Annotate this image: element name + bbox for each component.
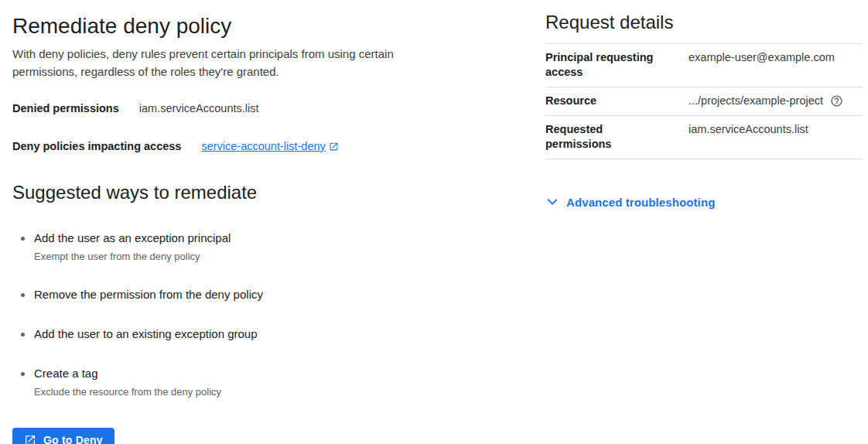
open-in-new-icon xyxy=(329,142,339,152)
request-details-section: Request details Principal requesting acc… xyxy=(545,0,868,444)
list-item: Create a tag Exclude the resource from t… xyxy=(34,366,514,398)
suggestion-text: Create a tag xyxy=(34,366,514,381)
list-item: Remove the permission from the deny poli… xyxy=(34,287,514,302)
go-to-deny-button[interactable]: Go to Deny xyxy=(12,428,114,444)
remediate-deny-policy-panel: Remediate deny policy With deny policies… xyxy=(0,0,868,444)
table-row: Principal requesting access example-user… xyxy=(545,44,863,87)
page-title: Remediate deny policy xyxy=(12,14,514,39)
requested-permissions-label: Requested permissions xyxy=(545,122,689,152)
advanced-troubleshooting-toggle[interactable]: Advanced troubleshooting xyxy=(545,195,715,209)
deny-policies-label: Deny policies impacting access xyxy=(12,139,181,153)
request-details-title: Request details xyxy=(545,11,863,34)
suggestion-subtext: Exempt the user from the deny policy xyxy=(34,251,514,263)
suggestions-title: Suggested ways to remediate xyxy=(12,182,514,203)
suggestion-text: Add the user to an existing exception gr… xyxy=(34,326,514,342)
request-details-table: Principal requesting access example-user… xyxy=(545,43,863,159)
advanced-troubleshooting-label: Advanced troubleshooting xyxy=(566,196,715,209)
denied-permissions-row: Denied permissions iam.serviceAccounts.l… xyxy=(12,101,514,115)
list-item: Add the user to an existing exception gr… xyxy=(34,326,514,342)
go-to-deny-label: Go to Deny xyxy=(43,434,103,444)
help-icon[interactable] xyxy=(830,94,843,108)
resource-label: Resource xyxy=(545,94,689,108)
open-in-new-icon xyxy=(24,434,36,444)
principal-label: Principal requesting access xyxy=(545,50,689,80)
resource-value-text: .../projects/example-project xyxy=(689,94,823,107)
deny-policy-link[interactable]: service-account-list-deny xyxy=(201,139,325,153)
suggestion-text: Add the user as an exception principal xyxy=(34,231,514,246)
table-row: Requested permissions iam.serviceAccount… xyxy=(545,116,863,159)
suggestion-text: Remove the permission from the deny poli… xyxy=(34,287,514,302)
page-description: With deny policies, deny rules prevent c… xyxy=(12,45,440,80)
chevron-down-icon xyxy=(545,195,559,209)
list-item: Add the user as an exception principal E… xyxy=(34,231,514,263)
denied-permissions-value: iam.serviceAccounts.list xyxy=(139,101,259,115)
suggestion-subtext: Exclude the resource from the deny polic… xyxy=(34,386,514,398)
resource-value: .../projects/example-project xyxy=(689,94,863,108)
suggestion-list: Add the user as an exception principal E… xyxy=(12,231,514,398)
table-row: Resource .../projects/example-project xyxy=(545,87,863,116)
denied-permissions-label: Denied permissions xyxy=(12,101,119,115)
principal-value: example-user@example.com xyxy=(689,50,863,80)
deny-policies-row: Deny policies impacting access service-a… xyxy=(12,139,514,153)
deny-policy-link-wrap: service-account-list-deny xyxy=(201,139,338,153)
requested-permissions-value: iam.serviceAccounts.list xyxy=(689,122,863,152)
remediate-section: Remediate deny policy With deny policies… xyxy=(0,0,545,444)
